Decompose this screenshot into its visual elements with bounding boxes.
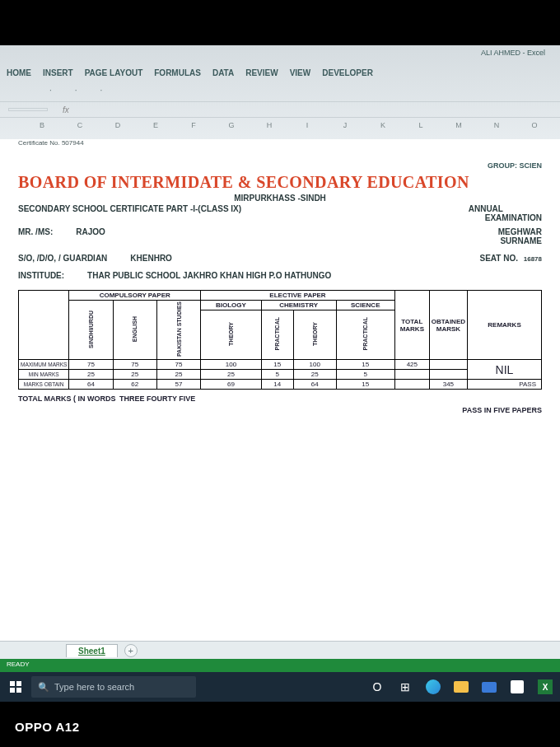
seat-no: 16878 (524, 255, 542, 263)
col-header[interactable]: N (478, 121, 516, 129)
svg-rect-3 (16, 688, 21, 693)
science-header: SCIENCE (336, 301, 394, 310)
store-icon[interactable] (507, 677, 527, 697)
table-row: MARKS OBTAIN 64 62 57 69 14 64 15 345 PA… (19, 380, 542, 390)
svg-rect-2 (10, 688, 15, 693)
chemistry-header: CHEMISTRY (261, 301, 336, 310)
location: MIRPURKHASS -SINDH (18, 194, 542, 203)
sheet-tabs: Sheet1 + (0, 641, 560, 659)
col-header[interactable]: G (212, 121, 250, 129)
theory-header: THEORY (228, 322, 234, 346)
search-input[interactable]: 🔍 Type here to search (31, 676, 196, 698)
sindhi-header: SINDHI/URDU (88, 310, 94, 348)
theory-header-2: THEORY (312, 322, 318, 346)
worksheet[interactable]: Certificate No. 507944 GROUP: SCIEN BOAR… (0, 139, 560, 641)
status-ready: READY (7, 661, 30, 668)
tab-view[interactable]: VIEW (290, 68, 311, 77)
excel-window: ALI AHMED - Excel HOME INSERT PAGE LAYOU… (0, 45, 560, 702)
tab-page-layout[interactable]: PAGE LAYOUT (85, 68, 143, 77)
taskbar: 🔍 Type here to search O ⊞ X (0, 672, 560, 702)
surname-value: MEGHWAR (498, 227, 542, 236)
pakstudies-header: PAKISTAN STUDIES (176, 301, 182, 357)
formula-bar[interactable]: fx (0, 101, 560, 118)
pass-remark: PASS (468, 380, 542, 390)
statusbar: READY (0, 659, 560, 672)
surname-label: SURNAME (500, 236, 542, 245)
col-header[interactable]: E (137, 121, 175, 129)
titlebar: ALI AHMED - Excel (0, 45, 560, 63)
edge-icon[interactable] (423, 677, 443, 697)
english-header: ENGLISH (132, 316, 138, 342)
tab-formulas[interactable]: FORMULAS (154, 68, 201, 77)
pass-in-papers: PASS IN FIVE PAPERS (18, 406, 542, 414)
institute-name: THAR PUBLIC SCHOOL JAKHRO KHAN HIGH P.O … (87, 271, 331, 280)
practical-header: PRACTICAL (274, 317, 280, 350)
new-sheet-button[interactable]: + (124, 644, 138, 657)
board-title: BOARD OF INTERMIDATE & SECONDARY EDUCATI… (18, 173, 542, 192)
col-header[interactable]: O (516, 121, 553, 129)
marks-table: COMPULSORY PAPER ELECTIVE PAPER TOTAL MA… (18, 290, 542, 390)
col-header[interactable]: B (23, 121, 61, 129)
compulsory-header: COMPULSORY PAPER (69, 291, 201, 301)
fx-icon[interactable]: fx (63, 105, 69, 114)
ribbon-tabs: HOME INSERT PAGE LAYOUT FORMULAS DATA RE… (0, 63, 560, 86)
account-label: ALI AHMED - Excel (481, 49, 545, 57)
table-row: MIN MARKS 25 25 25 25 5 25 5 (19, 370, 542, 380)
total-header: TOTAL MARKS (400, 318, 424, 333)
col-header[interactable]: L (402, 121, 440, 129)
practical-header-2: PRACTICAL (362, 317, 368, 350)
nil-remark: NIL (468, 360, 542, 380)
elective-header: ELECTIVE PAPER (201, 291, 395, 301)
toolbar: · · · (0, 86, 560, 101)
col-header[interactable]: I (288, 121, 326, 129)
col-header[interactable]: M (440, 121, 478, 129)
column-headers: B C D E F G H I J K L M N O (0, 118, 560, 139)
windows-icon (10, 681, 21, 693)
col-header[interactable]: C (61, 121, 99, 129)
toolbar-slot: · (100, 86, 103, 95)
institute-label: INSTITUDE: (18, 271, 64, 280)
biology-header: BIOLOGY (201, 301, 262, 310)
table-row: MAXIMUM MARKS 75 75 75 100 15 100 15 425… (19, 360, 542, 370)
mail-icon[interactable] (479, 677, 499, 697)
col-header[interactable]: F (175, 121, 212, 129)
tab-developer[interactable]: DEVELOPER (322, 68, 373, 77)
obtained-header: OBTAINED MARSK (432, 318, 465, 333)
col-header[interactable]: D (99, 121, 137, 129)
seat-label: SEAT NO. (479, 254, 517, 263)
cortana-icon[interactable]: O (367, 677, 387, 697)
excel-icon[interactable]: X (535, 677, 555, 697)
remarks-header: REMARKS (488, 321, 520, 329)
tab-review[interactable]: REVIEW (245, 68, 278, 77)
max-label: MAXIMUM MARKS (19, 360, 69, 370)
obt-label: MARKS OBTAIN (19, 380, 69, 390)
group-label: GROUP: SCIEN (18, 161, 542, 170)
mrms-label: MR. /MS: (18, 227, 53, 236)
toolbar-slot: · (75, 86, 77, 95)
name-box[interactable] (8, 108, 48, 111)
svg-rect-1 (16, 681, 21, 686)
toolbar-slot: · (49, 86, 52, 95)
col-header[interactable]: H (250, 121, 288, 129)
col-header[interactable]: J (326, 121, 364, 129)
svg-rect-0 (10, 681, 15, 686)
guardian-label: S/O, /D/O, / GUARDIAN (18, 254, 107, 263)
total-words: TOTAL MARKS ( IN WORDS THREE FOURTY FIVE (18, 395, 542, 403)
col-header[interactable]: K (364, 121, 402, 129)
part-label: SECONDARY SCHOOL CERTIFICATE PART -I-(CL… (18, 204, 241, 222)
explorer-icon[interactable] (451, 677, 471, 697)
guardian-name: KHENHRO (130, 254, 172, 263)
search-icon: 🔍 (38, 682, 49, 693)
tab-home[interactable]: HOME (7, 68, 31, 77)
min-label: MIN MARKS (19, 370, 69, 380)
tab-data[interactable]: DATA (212, 68, 234, 77)
examination-label: EXAMINATION (485, 213, 542, 222)
start-button[interactable] (5, 676, 26, 698)
task-view-icon[interactable]: ⊞ (395, 677, 415, 697)
student-name: RAJOO (76, 227, 105, 236)
annual-label: ANNUAL (469, 204, 503, 213)
sheet-tab-1[interactable]: Sheet1 (66, 644, 118, 657)
camera-watermark: OPPO A12 (15, 720, 79, 734)
search-placeholder: Type here to search (54, 682, 134, 692)
tab-insert[interactable]: INSERT (43, 68, 73, 77)
